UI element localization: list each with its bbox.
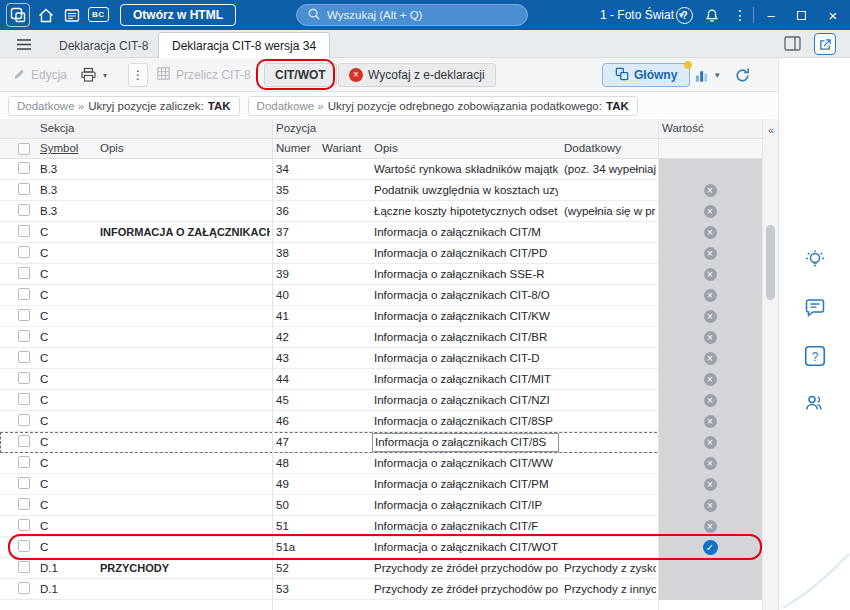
column-header-wariant[interactable]: Wariant	[322, 142, 361, 154]
value-cell[interactable]	[658, 348, 762, 369]
value-cell[interactable]	[658, 390, 762, 411]
value-cell[interactable]	[658, 516, 762, 537]
window-minimize-button[interactable]: –	[756, 0, 786, 30]
value-cell[interactable]	[658, 327, 762, 348]
open-html-button[interactable]: Otwórz w HTML	[120, 4, 236, 26]
scrollbar-thumb[interactable]	[766, 225, 775, 300]
view-main-button[interactable]: Główny	[602, 63, 690, 87]
value-cell[interactable]	[658, 243, 762, 264]
column-header-opis-sekcja[interactable]: Opis	[100, 142, 124, 154]
app-logo-icon[interactable]	[6, 3, 30, 27]
value-cell[interactable]	[658, 369, 762, 390]
news-icon[interactable]	[62, 6, 82, 24]
value-cell[interactable]	[658, 579, 762, 600]
help-panel-icon[interactable]: ?	[801, 342, 829, 370]
table-row[interactable]: C 48 Informacja o załącznikach CIT/WW	[0, 453, 762, 474]
table-row[interactable]: D.1 PRZYCHODY 52 Przychody ze źródeł prz…	[0, 558, 762, 579]
row-checkbox[interactable]	[18, 246, 30, 258]
row-checkbox[interactable]	[18, 162, 30, 174]
group-header-pozycja[interactable]: Pozycja	[276, 122, 316, 134]
table-row[interactable]: B.3 36 Łączne koszty hipotetycznych odse…	[0, 201, 762, 222]
tab-deklaracja-cit8[interactable]: Deklaracja CIT-8	[46, 34, 161, 57]
value-cell[interactable]	[658, 285, 762, 306]
table-row[interactable]: D.1 53 Przychody ze źródeł przychodów po…	[0, 579, 762, 600]
open-external-icon[interactable]	[814, 33, 836, 55]
value-cell[interactable]	[658, 180, 762, 201]
row-checkbox[interactable]	[18, 540, 30, 552]
edit-button[interactable]: Edycja	[12, 63, 67, 87]
withdraw-edeclaration-button[interactable]: Wycofaj z e-deklaracji	[338, 63, 496, 87]
row-checkbox[interactable]	[18, 435, 30, 447]
home-icon[interactable]	[36, 6, 56, 24]
help-icon[interactable]: ?	[676, 7, 693, 24]
layout-panels-icon[interactable]	[784, 36, 802, 52]
table-row[interactable]: C 39 Informacja o załącznikach SSE-R	[0, 264, 762, 285]
column-header-opis[interactable]: Opis	[374, 142, 398, 154]
recalc-cit8-button[interactable]: Przelicz CIT-8	[156, 63, 251, 87]
refresh-icon[interactable]	[734, 63, 751, 87]
value-cell[interactable]	[658, 558, 762, 579]
contacts-icon[interactable]	[801, 389, 829, 417]
more-menu-icon[interactable]: ⋮	[730, 0, 750, 30]
value-cell[interactable]	[658, 474, 762, 495]
row-checkbox[interactable]	[18, 561, 30, 573]
print-button[interactable]	[80, 63, 97, 87]
value-cell[interactable]	[658, 159, 762, 180]
table-row[interactable]: C 51 Informacja o załącznikach CIT/F	[0, 516, 762, 537]
collapse-panel-icon[interactable]: «	[766, 123, 776, 137]
vertical-scrollbar[interactable]: «	[762, 119, 778, 610]
row-checkbox[interactable]	[18, 414, 30, 426]
cit-wot-button[interactable]: CIT/WOT	[264, 63, 337, 87]
column-header-symbol[interactable]: Symbol	[40, 142, 78, 154]
row-checkbox[interactable]	[18, 204, 30, 216]
row-checkbox[interactable]	[18, 498, 30, 510]
column-header-dodatkowy[interactable]: Dodatkowy	[564, 142, 621, 154]
value-cell[interactable]	[658, 495, 762, 516]
value-cell[interactable]	[658, 201, 762, 222]
table-row[interactable]: B.3 34 Wartość rynkowa składników majątk…	[0, 159, 762, 180]
value-cell[interactable]	[658, 264, 762, 285]
table-row[interactable]: B.3 35 Podatnik uwzględnia w kosztach uz…	[0, 180, 762, 201]
value-cell[interactable]	[658, 222, 762, 243]
row-checkbox[interactable]	[18, 288, 30, 300]
table-row[interactable]: C 51a Informacja o załącznikach CIT/WOT	[0, 537, 762, 558]
row-checkbox[interactable]	[18, 582, 30, 594]
table-row[interactable]: C 45 Informacja o załącznikach CIT/NZI	[0, 390, 762, 411]
row-checkbox[interactable]	[18, 372, 30, 384]
row-checkbox[interactable]	[18, 351, 30, 363]
table-row[interactable]: C 50 Informacja o załącznikach CIT/IP	[0, 495, 762, 516]
tab-deklaracja-cit8-wersja-34[interactable]: Deklaracja CIT-8 wersja 34	[158, 32, 330, 58]
column-header-numer[interactable]: Numer	[276, 142, 311, 154]
table-row[interactable]: C 44 Informacja o załącznikach CIT/MIT	[0, 369, 762, 390]
value-cell[interactable]	[658, 306, 762, 327]
hamburger-menu-icon[interactable]	[16, 38, 32, 54]
table-row[interactable]: C 49 Informacja o załącznikach CIT/PM	[0, 474, 762, 495]
table-row[interactable]: C 46 Informacja o załącznikach CIT/8SP	[0, 411, 762, 432]
row-checkbox[interactable]	[18, 519, 30, 531]
notifications-bell-icon[interactable]	[702, 6, 722, 24]
table-row[interactable]: C 40 Informacja o załącznikach CIT-8/O	[0, 285, 762, 306]
table-row[interactable]: C INFORMACJA O ZAŁĄCZNIKACH 37 Informacj…	[0, 222, 762, 243]
row-checkbox[interactable]	[18, 477, 30, 489]
bc-icon[interactable]: BC	[88, 7, 109, 22]
search-input[interactable]	[327, 9, 497, 21]
value-cell[interactable]	[658, 432, 762, 453]
value-cell[interactable]	[658, 537, 762, 558]
row-checkbox[interactable]	[18, 309, 30, 321]
filter-chip-zobowiazania[interactable]: Dodatkowe » Ukryj pozycje odrębnego zobo…	[248, 96, 638, 116]
row-checkbox[interactable]	[18, 225, 30, 237]
table-row[interactable]: C 43 Informacja o załącznikach CIT-D	[0, 348, 762, 369]
row-checkbox[interactable]	[18, 393, 30, 405]
search-box[interactable]	[296, 4, 528, 26]
value-cell[interactable]	[658, 411, 762, 432]
row-checkbox[interactable]	[18, 330, 30, 342]
toolbar-more-icon[interactable]: ⋮	[128, 63, 148, 87]
window-maximize-button[interactable]	[786, 0, 816, 30]
table-row[interactable]: C 42 Informacja o załącznikach CIT/BR	[0, 327, 762, 348]
value-cell[interactable]	[658, 453, 762, 474]
feedback-chat-icon[interactable]	[801, 294, 829, 322]
table-row[interactable]: C 41 Informacja o załącznikach CIT/KW	[0, 306, 762, 327]
table-row[interactable]: C 47 Informacja o załącznikach CIT/8S	[0, 432, 762, 453]
table-row[interactable]: C 38 Informacja o załącznikach CIT/PD	[0, 243, 762, 264]
tips-lightbulb-icon[interactable]	[801, 246, 829, 274]
